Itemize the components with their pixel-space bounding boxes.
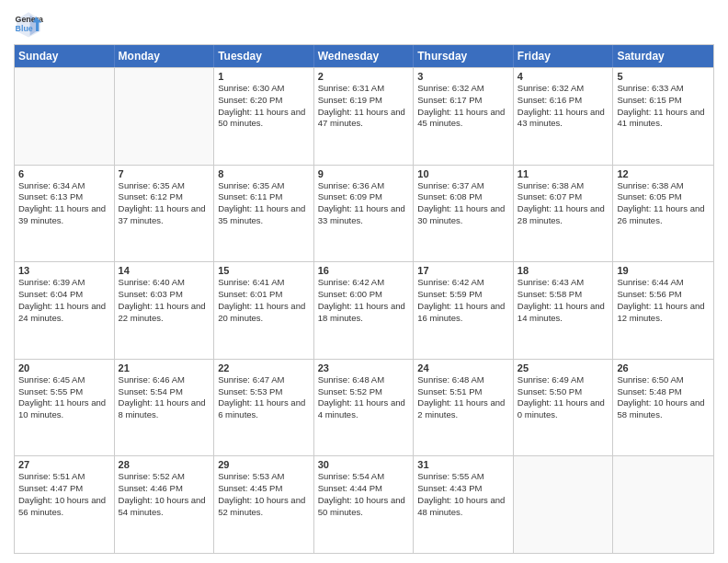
day-number: 21 (119, 362, 210, 373)
cell-2-1: 14Sunrise: 6:40 AMSunset: 6:03 PMDayligh… (115, 262, 215, 359)
header-wednesday: Wednesday (314, 45, 415, 67)
cell-3-5: 25Sunrise: 6:49 AMSunset: 5:50 PMDayligh… (514, 360, 614, 456)
day-number: 17 (417, 265, 509, 276)
daylight-text: Daylight: 11 hours and 26 minutes. (617, 203, 710, 227)
sunset-text: Sunset: 6:13 PM (18, 191, 110, 203)
calendar-header: Sunday Monday Tuesday Wednesday Thursday… (15, 45, 713, 67)
daylight-text: Daylight: 11 hours and 2 minutes. (417, 397, 509, 421)
header-tuesday: Tuesday (214, 45, 314, 67)
sunset-text: Sunset: 5:55 PM (18, 386, 110, 398)
sunrise-text: Sunrise: 6:48 AM (417, 374, 509, 386)
day-number: 26 (617, 362, 710, 373)
sunrise-text: Sunrise: 6:35 AM (119, 180, 210, 192)
day-number: 8 (218, 168, 310, 179)
daylight-text: Daylight: 10 hours and 52 minutes. (218, 495, 310, 519)
day-number: 12 (617, 168, 710, 179)
daylight-text: Daylight: 11 hours and 22 minutes. (119, 301, 210, 325)
daylight-text: Daylight: 11 hours and 0 minutes. (518, 397, 609, 421)
sunrise-text: Sunrise: 6:32 AM (518, 83, 609, 95)
sunrise-text: Sunrise: 6:35 AM (218, 180, 310, 192)
daylight-text: Daylight: 11 hours and 8 minutes. (119, 397, 210, 421)
day-number: 31 (417, 459, 509, 470)
daylight-text: Daylight: 11 hours and 12 minutes. (617, 301, 710, 325)
sunset-text: Sunset: 5:51 PM (417, 386, 509, 398)
sunset-text: Sunset: 6:12 PM (119, 191, 210, 203)
sunrise-text: Sunrise: 6:47 AM (218, 374, 310, 386)
header: General Blue (14, 9, 714, 39)
cell-2-4: 17Sunrise: 6:42 AMSunset: 5:59 PMDayligh… (414, 262, 514, 359)
cell-4-6 (613, 456, 713, 553)
cell-2-6: 19Sunrise: 6:44 AMSunset: 5:56 PMDayligh… (613, 262, 713, 359)
cell-0-3: 2Sunrise: 6:31 AMSunset: 6:19 PMDaylight… (314, 68, 415, 165)
svg-text:General: General (16, 15, 43, 24)
sunrise-text: Sunrise: 5:54 AM (318, 471, 410, 483)
cell-4-3: 30Sunrise: 5:54 AMSunset: 4:44 PMDayligh… (314, 456, 415, 553)
header-sunday: Sunday (15, 45, 115, 67)
cell-1-2: 8Sunrise: 6:35 AMSunset: 6:11 PMDaylight… (214, 166, 314, 262)
daylight-text: Daylight: 11 hours and 33 minutes. (318, 203, 410, 227)
day-number: 14 (119, 265, 210, 276)
sunset-text: Sunset: 6:01 PM (218, 289, 310, 301)
day-number: 15 (218, 265, 310, 276)
daylight-text: Daylight: 11 hours and 35 minutes. (218, 203, 310, 227)
sunset-text: Sunset: 6:15 PM (617, 95, 710, 107)
sunset-text: Sunset: 5:54 PM (119, 386, 210, 398)
day-number: 18 (518, 265, 609, 276)
daylight-text: Daylight: 10 hours and 56 minutes. (18, 495, 110, 519)
cell-2-2: 15Sunrise: 6:41 AMSunset: 6:01 PMDayligh… (214, 262, 314, 359)
day-number: 27 (18, 459, 110, 470)
cell-3-1: 21Sunrise: 6:46 AMSunset: 5:54 PMDayligh… (115, 360, 215, 456)
sunrise-text: Sunrise: 6:37 AM (417, 180, 509, 192)
cell-4-1: 28Sunrise: 5:52 AMSunset: 4:46 PMDayligh… (115, 456, 215, 553)
sunset-text: Sunset: 6:09 PM (318, 191, 410, 203)
day-number: 29 (218, 459, 310, 470)
header-monday: Monday (115, 45, 215, 67)
day-number: 9 (318, 168, 410, 179)
calendar: Sunday Monday Tuesday Wednesday Thursday… (14, 44, 714, 554)
header-friday: Friday (514, 45, 614, 67)
cell-0-2: 1Sunrise: 6:30 AMSunset: 6:20 PMDaylight… (214, 68, 314, 165)
sunrise-text: Sunrise: 6:48 AM (318, 374, 410, 386)
sunset-text: Sunset: 4:46 PM (119, 483, 210, 495)
sunrise-text: Sunrise: 6:38 AM (617, 180, 710, 192)
cell-4-5 (514, 456, 614, 553)
sunrise-text: Sunrise: 6:49 AM (518, 374, 609, 386)
sunrise-text: Sunrise: 6:32 AM (417, 83, 509, 95)
cell-1-4: 10Sunrise: 6:37 AMSunset: 6:08 PMDayligh… (414, 166, 514, 262)
cell-0-4: 3Sunrise: 6:32 AMSunset: 6:17 PMDaylight… (414, 68, 514, 165)
sunrise-text: Sunrise: 5:53 AM (218, 471, 310, 483)
day-number: 28 (119, 459, 210, 470)
day-number: 22 (218, 362, 310, 373)
daylight-text: Daylight: 11 hours and 28 minutes. (518, 203, 609, 227)
sunrise-text: Sunrise: 6:30 AM (218, 83, 310, 95)
sunset-text: Sunset: 5:50 PM (518, 386, 609, 398)
cell-0-1 (115, 68, 215, 165)
sunrise-text: Sunrise: 6:43 AM (518, 277, 609, 289)
sunset-text: Sunset: 6:03 PM (119, 289, 210, 301)
cell-1-5: 11Sunrise: 6:38 AMSunset: 6:07 PMDayligh… (514, 166, 614, 262)
cell-4-2: 29Sunrise: 5:53 AMSunset: 4:45 PMDayligh… (214, 456, 314, 553)
sunset-text: Sunset: 6:20 PM (218, 95, 310, 107)
page: General Blue Sunday Monday Tuesday Wedne… (0, 0, 728, 563)
cell-0-5: 4Sunrise: 6:32 AMSunset: 6:16 PMDaylight… (514, 68, 614, 165)
day-number: 19 (617, 265, 710, 276)
daylight-text: Daylight: 11 hours and 14 minutes. (518, 301, 609, 325)
sunrise-text: Sunrise: 6:42 AM (417, 277, 509, 289)
day-number: 11 (518, 168, 609, 179)
sunrise-text: Sunrise: 6:34 AM (18, 180, 110, 192)
day-number: 5 (617, 71, 710, 82)
day-number: 23 (318, 362, 410, 373)
cell-2-0: 13Sunrise: 6:39 AMSunset: 6:04 PMDayligh… (15, 262, 115, 359)
day-number: 7 (119, 168, 210, 179)
daylight-text: Daylight: 11 hours and 37 minutes. (119, 203, 210, 227)
day-number: 4 (518, 71, 609, 82)
day-number: 24 (417, 362, 509, 373)
cell-1-6: 12Sunrise: 6:38 AMSunset: 6:05 PMDayligh… (613, 166, 713, 262)
sunset-text: Sunset: 4:43 PM (417, 483, 509, 495)
day-number: 13 (18, 265, 110, 276)
sunrise-text: Sunrise: 6:42 AM (318, 277, 410, 289)
cell-0-6: 5Sunrise: 6:33 AMSunset: 6:15 PMDaylight… (613, 68, 713, 165)
daylight-text: Daylight: 11 hours and 10 minutes. (18, 397, 110, 421)
sunset-text: Sunset: 5:53 PM (218, 386, 310, 398)
daylight-text: Daylight: 11 hours and 20 minutes. (218, 301, 310, 325)
